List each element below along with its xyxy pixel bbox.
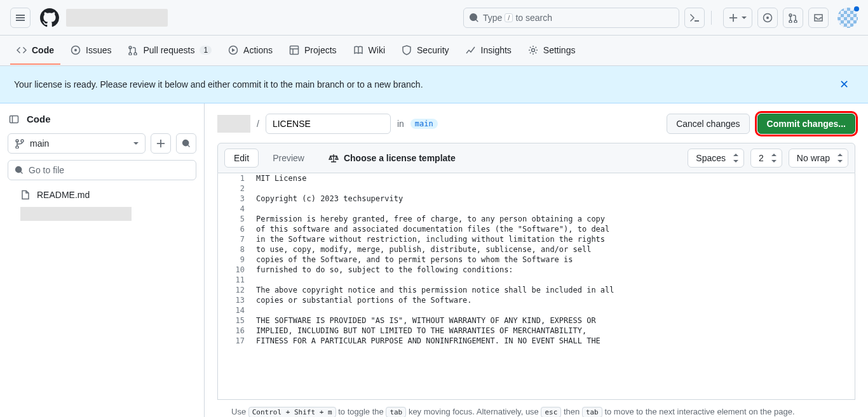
notice-close-button[interactable]: ✕ bbox=[834, 75, 854, 94]
edit-tab[interactable]: Edit bbox=[224, 149, 259, 168]
inbox-button[interactable] bbox=[808, 8, 829, 28]
editor-line: 7in the Software without restriction, in… bbox=[218, 234, 855, 244]
filename-input[interactable] bbox=[266, 114, 391, 134]
repo-name-placeholder bbox=[66, 9, 168, 27]
commit-changes-button[interactable]: Commit changes... bbox=[757, 114, 855, 134]
search-icon bbox=[469, 13, 479, 23]
tab-code[interactable]: Code bbox=[10, 37, 60, 65]
wrap-mode-select[interactable]: No wrap bbox=[789, 149, 848, 168]
line-number: 10 bbox=[218, 265, 256, 275]
file-name: README.md bbox=[37, 190, 90, 200]
line-number: 4 bbox=[218, 204, 256, 214]
search-leading-text: Type bbox=[483, 13, 502, 23]
tab-projects-label: Projects bbox=[304, 45, 337, 55]
pull-requests-shortcut-button[interactable] bbox=[783, 8, 803, 28]
tab-settings[interactable]: Settings bbox=[522, 37, 582, 65]
editor-line: 3Copyright (c) 2023 techsupervity bbox=[218, 194, 855, 204]
code-text: of this software and associated document… bbox=[256, 224, 609, 234]
editor-toolbar: Edit Preview Choose a license template S… bbox=[217, 143, 855, 173]
tab-security[interactable]: Security bbox=[395, 37, 456, 65]
editor-content: / in main Cancel changes Commit changes.… bbox=[205, 103, 868, 417]
search-files-button[interactable] bbox=[176, 133, 196, 154]
hamburger-button[interactable] bbox=[10, 8, 31, 28]
chevron-down-icon bbox=[133, 142, 139, 145]
code-text: The above copyright notice and this perm… bbox=[256, 285, 614, 295]
indent-size-select[interactable]: 2 bbox=[750, 149, 782, 168]
tab-projects[interactable]: Projects bbox=[283, 37, 343, 65]
tab-actions-label: Actions bbox=[243, 45, 273, 55]
sidebar-header: Code bbox=[8, 111, 196, 127]
svg-rect-7 bbox=[10, 116, 18, 122]
record-icon bbox=[763, 13, 773, 23]
line-number: 1 bbox=[218, 173, 256, 183]
tab-insights[interactable]: Insights bbox=[459, 37, 518, 65]
global-search[interactable]: Type / to search bbox=[463, 8, 679, 28]
notice-text: Your license is ready. Please review it … bbox=[14, 79, 423, 89]
line-number: 13 bbox=[218, 295, 256, 305]
kbd-hint: tab bbox=[582, 407, 602, 417]
path-bar: / in main Cancel changes Commit changes.… bbox=[205, 103, 868, 139]
tab-issues[interactable]: Issues bbox=[64, 37, 118, 65]
line-number: 8 bbox=[218, 244, 256, 255]
editor-line: 5Permission is hereby granted, free of c… bbox=[218, 214, 855, 224]
tab-actions[interactable]: Actions bbox=[222, 37, 279, 65]
code-text: THE SOFTWARE IS PROVIDED "AS IS", WITHOU… bbox=[256, 315, 596, 326]
svg-point-6 bbox=[531, 48, 534, 51]
tab-pull-requests[interactable]: Pull requests 1 bbox=[121, 37, 218, 65]
editor-line: 13copies or substantial portions of the … bbox=[218, 295, 855, 305]
line-number: 15 bbox=[218, 315, 256, 326]
editor-line: 14 bbox=[218, 305, 855, 315]
keyboard-hint: Use Control + Shift + m to toggle the ta… bbox=[217, 400, 855, 417]
file-filter-input[interactable]: Go to file bbox=[8, 160, 196, 180]
file-tree-sidebar: Code main Go to file README.md bbox=[0, 103, 205, 417]
create-new-button[interactable] bbox=[723, 8, 752, 28]
gear-icon bbox=[528, 45, 538, 55]
file-tree-item[interactable]: README.md bbox=[8, 187, 196, 203]
github-logo[interactable] bbox=[39, 8, 60, 28]
editor-line: 8to use, copy, modify, merge, publish, d… bbox=[218, 244, 855, 255]
code-editor[interactable]: 1MIT License23Copyright (c) 2023 techsup… bbox=[217, 173, 855, 400]
preview-tab[interactable]: Preview bbox=[264, 149, 313, 168]
git-pull-request-icon bbox=[788, 13, 798, 23]
code-icon bbox=[17, 45, 27, 55]
code-text: Copyright (c) 2023 techsupervity bbox=[256, 194, 403, 204]
choose-license-label: Choose a license template bbox=[344, 153, 456, 163]
editor-line: 9copies of the Software, and to permit p… bbox=[218, 255, 855, 265]
line-number: 5 bbox=[218, 214, 256, 224]
issue-icon bbox=[71, 45, 81, 55]
issues-shortcut-button[interactable] bbox=[757, 8, 778, 28]
play-icon bbox=[228, 45, 238, 55]
hint-text: then bbox=[564, 407, 582, 416]
line-number: 11 bbox=[218, 275, 256, 285]
line-number: 3 bbox=[218, 194, 256, 204]
line-number: 9 bbox=[218, 255, 256, 265]
tab-settings-label: Settings bbox=[543, 45, 576, 55]
git-branch-icon bbox=[15, 138, 25, 149]
code-text: IMPLIED, INCLUDING BUT NOT LIMITED TO TH… bbox=[256, 326, 587, 336]
slash-key-hint: / bbox=[505, 13, 513, 22]
target-branch-pill: main bbox=[410, 119, 438, 129]
tab-wiki[interactable]: Wiki bbox=[347, 37, 391, 65]
indent-mode-select[interactable]: Spaces bbox=[688, 149, 744, 168]
branch-name: main bbox=[30, 138, 49, 149]
code-text: furnished to do so, subject to the follo… bbox=[256, 265, 513, 275]
code-text: in the Software without restriction, inc… bbox=[256, 234, 605, 244]
hamburger-icon bbox=[15, 13, 25, 23]
book-icon bbox=[353, 45, 363, 55]
add-file-button[interactable] bbox=[151, 133, 171, 154]
line-number: 14 bbox=[218, 305, 256, 315]
branch-selector[interactable]: main bbox=[8, 133, 146, 154]
editor-line: 11 bbox=[218, 275, 855, 285]
choose-license-template-link[interactable]: Choose a license template bbox=[329, 153, 456, 163]
cancel-changes-button[interactable]: Cancel changes bbox=[667, 114, 749, 134]
user-avatar[interactable] bbox=[837, 8, 858, 28]
shield-icon bbox=[402, 45, 412, 55]
code-text: copies or substantial portions of the So… bbox=[256, 295, 472, 305]
code-text: MIT License bbox=[256, 173, 306, 183]
command-palette-button[interactable] bbox=[684, 8, 705, 28]
hint-text: Use bbox=[231, 407, 248, 416]
command-prompt-icon bbox=[689, 13, 700, 23]
hint-text: key moving focus. Alternatively, use bbox=[409, 407, 541, 416]
file-icon bbox=[20, 190, 31, 200]
kbd-hint: esc bbox=[541, 407, 561, 417]
